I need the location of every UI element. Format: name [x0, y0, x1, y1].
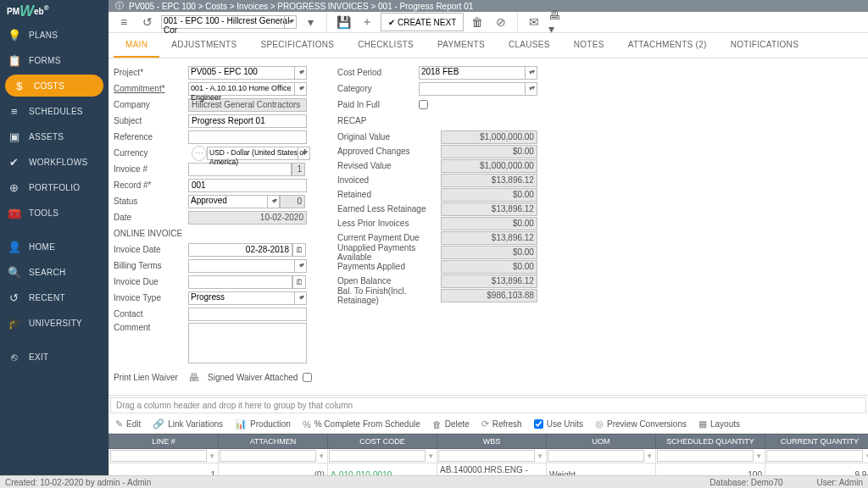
- info-icon[interactable]: ⓘ: [115, 0, 124, 12]
- grid-header[interactable]: UOM: [547, 435, 656, 449]
- filter-input[interactable]: [657, 450, 754, 462]
- grid-header[interactable]: SCHEDULED QUANTITY: [656, 435, 765, 449]
- filter-input[interactable]: [548, 450, 644, 462]
- invoiceno-field[interactable]: [188, 163, 292, 176]
- nav-university[interactable]: 🎓UNIVERSITY: [0, 310, 108, 336]
- invdue-field[interactable]: [188, 275, 292, 289]
- grid-header[interactable]: WBS: [437, 435, 547, 449]
- filter-icon[interactable]: ▾: [863, 452, 868, 460]
- filter-input[interactable]: [438, 450, 535, 462]
- signed-checkbox[interactable]: [303, 373, 312, 382]
- nav-assets[interactable]: ▣ASSETS: [0, 124, 108, 149]
- billing-select[interactable]: ▾: [188, 259, 307, 273]
- invdate-field[interactable]: [188, 243, 292, 257]
- nav-label: RECENT: [29, 293, 65, 302]
- cancel-icon[interactable]: ⊘: [491, 12, 511, 32]
- filter-input[interactable]: [110, 450, 207, 462]
- grid-preview-button[interactable]: ◎Preview Conversions: [595, 419, 687, 430]
- filter-icon[interactable]: ▾: [754, 452, 764, 460]
- filter-input[interactable]: [766, 450, 863, 462]
- nav-costs[interactable]: $COSTS: [5, 75, 103, 97]
- nav-schedules[interactable]: ≡SCHEDULES: [0, 98, 108, 124]
- nav-recent[interactable]: ↺RECENT: [0, 285, 108, 310]
- currency-more-icon[interactable]: ⋯: [192, 146, 207, 161]
- create-next-button[interactable]: ✔ CREATE NEXT: [381, 13, 464, 31]
- filter-icon[interactable]: ▾: [207, 452, 217, 460]
- category-select[interactable]: ▾: [419, 82, 537, 96]
- add-icon[interactable]: ＋: [357, 12, 377, 32]
- globe-icon: ⊕: [8, 181, 20, 193]
- nav-portfolio[interactable]: ⊕PORTFOLIO: [0, 175, 108, 200]
- tab-specifications[interactable]: SPECIFICATIONS: [248, 33, 346, 58]
- online-invoice-header: ONLINE INVOICE: [114, 227, 182, 240]
- context-select[interactable]: 001 - EPC 100 - Hillcrest General Cor▾: [161, 15, 297, 29]
- useunits-checkbox[interactable]: [534, 419, 543, 429]
- nav-workflows[interactable]: ✔WORKFLOWS: [0, 149, 108, 175]
- history-icon[interactable]: ↺: [137, 12, 158, 32]
- invoiceno-seq: [292, 163, 305, 176]
- recap-row-label: Retained: [337, 190, 441, 199]
- status-select[interactable]: Approved▾: [188, 195, 280, 208]
- recordno-field[interactable]: [188, 179, 307, 192]
- contact-field[interactable]: [188, 308, 307, 321]
- grid-header[interactable]: CURRENT QUANTITY: [765, 435, 869, 449]
- grid-header[interactable]: ATTACHMEN: [219, 435, 328, 449]
- group-hint[interactable]: Drag a column header and drop it here to…: [110, 397, 866, 413]
- comment-field[interactable]: [188, 323, 307, 363]
- filter-icon[interactable]: ▾: [535, 452, 545, 460]
- grid-layouts-button[interactable]: ▦Layouts: [698, 419, 740, 430]
- grid-edit-button[interactable]: ✎Edit: [115, 419, 141, 430]
- filter-icon[interactable]: ▾: [316, 452, 326, 460]
- nav-exit[interactable]: ⎋EXIT: [0, 344, 108, 369]
- print-icon[interactable]: 🖶: [188, 371, 199, 384]
- costperiod-select[interactable]: 2018 FEB▾: [419, 66, 537, 80]
- project-select[interactable]: PV005 - EPC 100▾: [188, 66, 307, 80]
- grid-prod-button[interactable]: 📊Production: [235, 419, 291, 430]
- grid-linkvar-button[interactable]: 🔗Link Variations: [153, 419, 223, 430]
- billing-label: Billing Terms: [114, 261, 188, 270]
- nav-home[interactable]: 👤HOME: [0, 234, 108, 259]
- tab-checklists[interactable]: CHECKLISTS: [346, 33, 426, 58]
- grid-header[interactable]: COST CODE: [328, 435, 437, 449]
- table-row[interactable]: 1(0)A-010-010-0010AB.140000.HRS.ENG - Ci…: [109, 463, 869, 476]
- nav-label: HOME: [29, 242, 55, 252]
- commitment-select[interactable]: 001 - A.10.10.10 Home Office Engineer▾: [188, 82, 307, 96]
- commitment-label[interactable]: Commitment: [114, 84, 188, 93]
- costperiod-label: Cost Period: [337, 68, 419, 77]
- tab-payments[interactable]: PAYMENTS: [426, 33, 497, 58]
- tab-adjustments[interactable]: ADJUSTMENTS: [159, 33, 248, 58]
- nav-search[interactable]: 🔍SEARCH: [0, 259, 108, 285]
- percent-icon: %: [303, 419, 311, 430]
- filter-icon[interactable]: ▾: [644, 452, 654, 460]
- paidfull-checkbox[interactable]: [419, 100, 428, 109]
- tab-attachments[interactable]: ATTACHMENTS (2): [616, 33, 719, 58]
- calendar-icon[interactable]: 🗓: [292, 243, 306, 257]
- grid-delete-button[interactable]: 🗑Delete: [432, 419, 470, 430]
- print-icon[interactable]: 🖶 ▾: [548, 12, 568, 32]
- tab-notes[interactable]: NOTES: [562, 33, 616, 58]
- tab-notifications[interactable]: NOTIFICATIONS: [719, 33, 810, 58]
- filter-icon[interactable]: ▾: [426, 452, 436, 460]
- nav-forms[interactable]: 📋FORMS: [0, 47, 108, 73]
- delete-icon[interactable]: 🗑: [467, 12, 487, 32]
- grid-useunits-toggle[interactable]: Use Units: [534, 419, 583, 429]
- grid-refresh-button[interactable]: ⟳Refresh: [481, 419, 522, 430]
- reference-field[interactable]: [188, 130, 307, 144]
- filter-input[interactable]: [329, 450, 426, 462]
- subject-field[interactable]: [188, 114, 307, 128]
- nav-tools[interactable]: 🧰TOOLS: [0, 200, 108, 225]
- caret-down-icon[interactable]: ▾: [300, 12, 320, 32]
- grid-header[interactable]: LINE #: [109, 435, 219, 449]
- tab-clauses[interactable]: CLAUSES: [497, 33, 562, 58]
- currency-select[interactable]: USD - Dollar (United States of America)▾: [207, 147, 310, 160]
- mail-icon[interactable]: ✉: [524, 12, 544, 32]
- grid-complete-button[interactable]: %% Complete From Schedule: [303, 419, 420, 430]
- filter-input[interactable]: [220, 450, 316, 462]
- menu-icon[interactable]: ≡: [114, 12, 134, 32]
- save-icon[interactable]: 💾: [333, 12, 353, 32]
- nav-plans[interactable]: 💡PLANS: [0, 22, 108, 47]
- category-label: Category: [337, 84, 419, 93]
- calendar-icon[interactable]: 🗓: [292, 275, 306, 289]
- tab-main[interactable]: MAIN: [114, 33, 159, 58]
- invtype-select[interactable]: Progress▾: [188, 291, 307, 305]
